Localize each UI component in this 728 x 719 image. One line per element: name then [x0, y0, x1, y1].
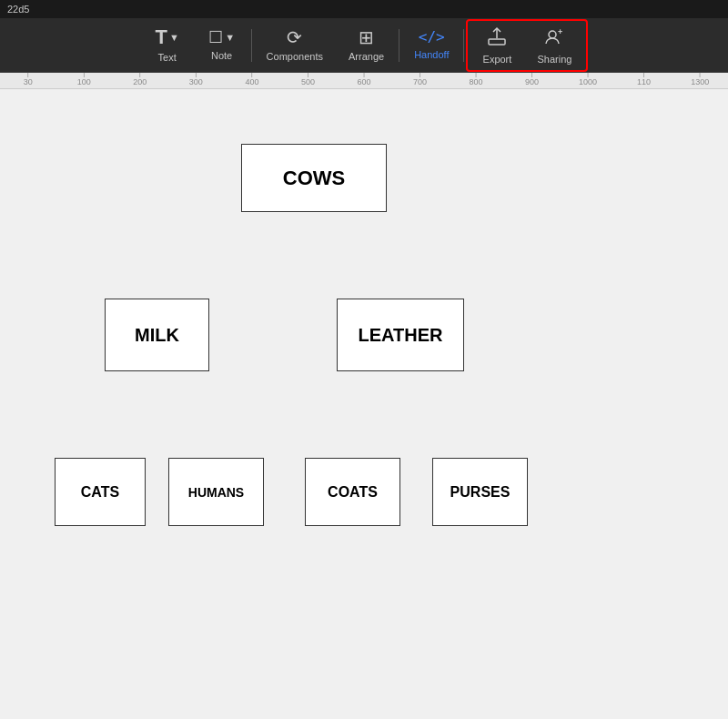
toolbar-item-note[interactable]: ☐ ▼ Note	[195, 25, 249, 65]
leather-label: LEATHER	[359, 325, 443, 346]
toolbar-item-arrange[interactable]: ⊞ Arrange	[336, 25, 397, 66]
ruler-mark: 600	[336, 73, 392, 86]
separator-3	[463, 29, 464, 62]
ruler-mark: 300	[168, 73, 225, 86]
toolbar-item-export[interactable]: Export	[470, 23, 524, 68]
text-label: Text	[158, 52, 177, 63]
ruler-marks: 30 100 200 300 400 500 600 700 800 900 1…	[0, 73, 728, 86]
ruler-mark: 1000	[560, 73, 616, 86]
box-milk[interactable]: MILK	[105, 299, 209, 371]
sharing-icon: +	[544, 26, 564, 49]
note-arrow[interactable]: ▼	[225, 32, 235, 43]
sharing-label: Sharing	[537, 54, 571, 65]
svg-rect-0	[489, 39, 505, 45]
handoff-icon: </>	[419, 30, 445, 45]
cows-label: COWS	[283, 167, 345, 190]
milk-label: MILK	[135, 325, 179, 346]
box-cows[interactable]: COWS	[241, 144, 387, 212]
box-leather[interactable]: LEATHER	[337, 299, 464, 371]
toolbar-item-handoff[interactable]: </> Handoff	[401, 26, 461, 64]
svg-text:+: +	[558, 27, 562, 36]
export-icon	[487, 26, 507, 49]
export-sharing-group: Export + Sharing	[466, 19, 588, 72]
ruler-mark: 1300	[672, 73, 728, 86]
box-coats[interactable]: COATS	[305, 458, 400, 526]
arrange-label: Arrange	[349, 51, 384, 62]
handoff-label: Handoff	[414, 49, 449, 60]
box-purses[interactable]: PURSES	[432, 458, 528, 526]
title-bar-text: 22d5	[7, 4, 29, 15]
text-icon: T	[155, 27, 167, 47]
note-label: Note	[211, 50, 232, 61]
text-arrow[interactable]: ▼	[169, 32, 179, 43]
title-bar: 22d5	[0, 0, 728, 18]
components-label: Components	[267, 51, 323, 62]
toolbar-item-sharing[interactable]: + Sharing	[524, 23, 584, 68]
components-icon: ⟳	[287, 28, 302, 46]
ruler: 30 100 200 300 400 500 600 700 800 900 1…	[0, 73, 728, 89]
toolbar: T ▼ Text ☐ ▼ Note ⟳ Components ⊞ Arrange…	[0, 18, 728, 73]
ruler-mark: 30	[0, 73, 56, 86]
coats-label: COATS	[328, 484, 378, 501]
cats-label: CATS	[81, 484, 119, 501]
purses-label: PURSES	[450, 484, 511, 501]
separator-2	[399, 29, 399, 62]
ruler-mark: 500	[280, 73, 337, 86]
ruler-mark: 100	[56, 73, 113, 86]
svg-point-2	[549, 31, 556, 38]
ruler-mark: 110	[616, 73, 672, 86]
ruler-mark: 900	[504, 73, 561, 86]
box-humans[interactable]: HUMANS	[168, 458, 264, 526]
ruler-mark: 800	[448, 73, 504, 86]
toolbar-item-components[interactable]: ⟳ Components	[254, 25, 336, 66]
arrange-icon: ⊞	[359, 28, 374, 46]
humans-label: HUMANS	[188, 485, 244, 500]
note-icon: ☐	[208, 29, 223, 46]
export-label: Export	[483, 54, 512, 65]
ruler-mark: 400	[224, 73, 280, 86]
separator-1	[251, 29, 252, 62]
canvas-area[interactable]: COWS MILK LEATHER CATS HUMANS COATS PURS…	[0, 89, 728, 719]
toolbar-item-text[interactable]: T ▼ Text	[140, 24, 195, 66]
ruler-mark: 200	[112, 73, 168, 86]
ruler-mark: 700	[392, 73, 449, 86]
box-cats[interactable]: CATS	[55, 458, 146, 526]
